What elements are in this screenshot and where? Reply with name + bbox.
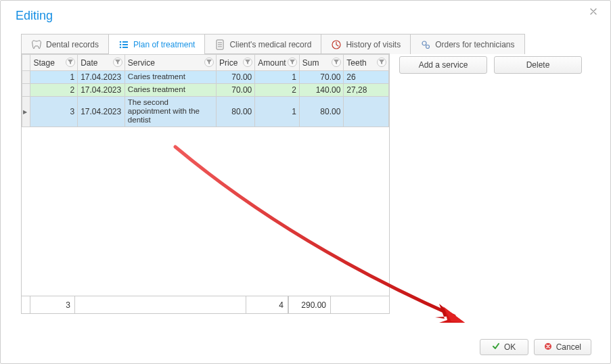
col-label: Sum bbox=[302, 58, 319, 68]
filter-icon[interactable] bbox=[243, 58, 252, 67]
filter-icon[interactable] bbox=[288, 58, 297, 67]
cell-amount[interactable]: 2 bbox=[255, 84, 300, 97]
table-row[interactable]: 2 17.04.2023 Caries treatment 70.00 2 14… bbox=[22, 84, 389, 97]
filter-icon[interactable] bbox=[204, 58, 214, 67]
tab-label: Plan of treatment bbox=[133, 40, 195, 49]
cancel-button[interactable]: Cancel bbox=[534, 339, 591, 355]
tab-client-medical-record[interactable]: Client's medical record bbox=[204, 34, 321, 54]
cancel-icon bbox=[544, 342, 552, 352]
list-icon bbox=[118, 39, 129, 50]
button-label: OK bbox=[504, 342, 516, 352]
cell-amount[interactable]: 1 bbox=[255, 71, 300, 84]
svg-rect-1 bbox=[122, 41, 128, 43]
button-label: Cancel bbox=[556, 342, 581, 352]
filter-icon[interactable] bbox=[66, 58, 75, 67]
side-buttons: Add a service Delete bbox=[399, 53, 582, 314]
close-icon[interactable] bbox=[590, 7, 601, 18]
svg-rect-3 bbox=[122, 44, 128, 45]
tab-strip: Dental records Plan of treatment Client'… bbox=[1, 34, 610, 54]
gears-icon bbox=[420, 39, 431, 50]
footer-sum-total: 290.00 bbox=[288, 296, 331, 313]
cell-service[interactable]: The second appointment with the dentist bbox=[125, 97, 216, 127]
svg-point-11 bbox=[422, 41, 426, 45]
cell-stage[interactable]: 2 bbox=[30, 84, 78, 97]
history-icon bbox=[331, 39, 342, 50]
svg-rect-5 bbox=[122, 47, 128, 48]
tab-label: Dental records bbox=[46, 40, 99, 49]
svg-point-0 bbox=[120, 41, 122, 43]
tab-plan-of-treatment[interactable]: Plan of treatment bbox=[108, 34, 205, 54]
cell-price[interactable]: 70.00 bbox=[217, 84, 255, 97]
cell-price[interactable]: 80.00 bbox=[217, 97, 255, 127]
dialog-footer-buttons: OK Cancel bbox=[480, 339, 591, 355]
cell-teeth[interactable] bbox=[344, 97, 389, 127]
row-header[interactable] bbox=[22, 84, 30, 97]
row-header[interactable] bbox=[22, 97, 30, 127]
grid-corner bbox=[22, 55, 30, 71]
cell-price[interactable]: 70.00 bbox=[217, 71, 255, 84]
col-price[interactable]: Price bbox=[217, 55, 255, 71]
tooth-icon bbox=[31, 39, 42, 50]
cell-date[interactable]: 17.04.2023 bbox=[78, 84, 125, 97]
cell-sum[interactable]: 80.00 bbox=[299, 97, 344, 127]
delete-button[interactable]: Delete bbox=[494, 56, 582, 74]
filter-icon[interactable] bbox=[377, 58, 386, 67]
col-date[interactable]: Date bbox=[78, 55, 125, 71]
tab-orders-for-technicians[interactable]: Orders for technicians bbox=[410, 34, 524, 54]
col-sum[interactable]: Sum bbox=[299, 55, 344, 71]
tab-label: Client's medical record bbox=[229, 40, 311, 49]
col-teeth[interactable]: Teeth bbox=[344, 55, 389, 71]
document-icon bbox=[214, 39, 225, 50]
cell-teeth[interactable]: 26 bbox=[344, 71, 389, 84]
tab-dental-records[interactable]: Dental records bbox=[21, 34, 109, 54]
add-service-button[interactable]: Add a service bbox=[399, 56, 487, 74]
check-icon bbox=[492, 342, 500, 352]
cell-stage[interactable]: 3 bbox=[30, 97, 78, 127]
col-stage[interactable]: Stage bbox=[30, 55, 78, 71]
cell-service[interactable]: Caries treatment bbox=[125, 84, 216, 97]
col-amount[interactable]: Amount bbox=[255, 55, 300, 71]
footer-amount-total: 4 bbox=[246, 296, 288, 313]
cell-service[interactable]: Caries treatment bbox=[125, 71, 216, 84]
dialog-title: Editing bbox=[1, 1, 610, 32]
cell-date[interactable]: 17.04.2023 bbox=[78, 71, 125, 84]
table-row[interactable]: 3 17.04.2023 The second appointment with… bbox=[22, 97, 389, 127]
tab-label: History of visits bbox=[346, 40, 401, 49]
filter-icon[interactable] bbox=[113, 58, 122, 67]
dialog-editing: Editing Dental records Plan of treatment… bbox=[0, 0, 611, 364]
tab-label: Orders for technicians bbox=[435, 40, 514, 49]
filter-icon[interactable] bbox=[332, 58, 341, 67]
cell-sum[interactable]: 140.00 bbox=[299, 84, 344, 97]
svg-point-12 bbox=[426, 45, 430, 48]
cell-sum[interactable]: 70.00 bbox=[299, 71, 344, 84]
footer-stage-total: 3 bbox=[30, 296, 75, 313]
cell-teeth[interactable]: 27,28 bbox=[344, 84, 389, 97]
treatment-grid[interactable]: Stage Date Service Price Amount Sum Teet… bbox=[21, 53, 390, 314]
svg-point-4 bbox=[120, 46, 122, 48]
grid-footer: 3 4 290.00 bbox=[22, 296, 389, 313]
cell-stage[interactable]: 1 bbox=[30, 71, 78, 84]
col-label: Date bbox=[81, 58, 97, 68]
col-label: Price bbox=[219, 58, 237, 68]
cell-amount[interactable]: 1 bbox=[255, 97, 300, 127]
col-label: Amount bbox=[258, 58, 286, 68]
col-label: Teeth bbox=[346, 58, 366, 68]
grid-header-row: Stage Date Service Price Amount Sum Teet… bbox=[22, 55, 389, 71]
ok-button[interactable]: OK bbox=[480, 339, 528, 355]
svg-point-2 bbox=[120, 43, 122, 45]
row-header[interactable] bbox=[22, 71, 30, 84]
col-label: Stage bbox=[33, 58, 54, 68]
tab-history-of-visits[interactable]: History of visits bbox=[321, 34, 411, 54]
cell-date[interactable]: 17.04.2023 bbox=[78, 97, 125, 127]
table-row[interactable]: 1 17.04.2023 Caries treatment 70.00 1 70… bbox=[22, 71, 389, 84]
col-label: Service bbox=[128, 58, 155, 68]
col-service[interactable]: Service bbox=[125, 55, 216, 71]
